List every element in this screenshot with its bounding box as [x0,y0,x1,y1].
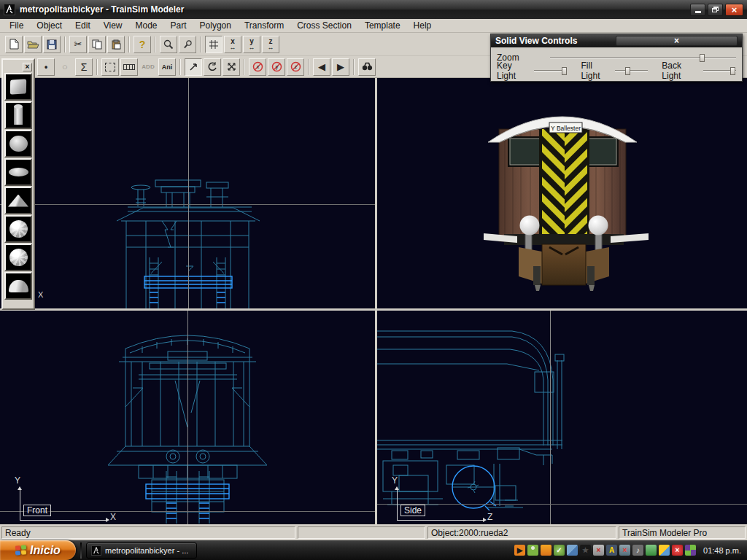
slider-thumb[interactable] [625,67,630,75]
select-marquee-button[interactable] [101,58,119,76]
tray-icon-network-computers[interactable] [567,545,578,556]
lock-x-button[interactable]: x [249,58,266,76]
window-titlebar[interactable]: metropolitanbickyer - TrainSim Modeler × [0,0,747,19]
tray-icon-security-shield[interactable]: × [672,545,683,556]
paste-button[interactable] [107,36,125,53]
menu-item[interactable]: Transform [238,19,290,32]
copy-button[interactable] [88,36,106,53]
taskbar-task-button[interactable]: metropolitanbickyer - ... [86,542,197,559]
tray-icon-black-star[interactable]: ★ [580,545,591,556]
previous-button[interactable]: ◀ [313,58,330,76]
menu-bar: FileObjectEditViewModePartPolygonTransfo… [0,19,747,33]
solid-view-controls-titlebar[interactable]: Solid View Controls × [491,34,742,47]
cut-button[interactable]: ✂ [69,36,87,53]
box-shape-button[interactable] [4,73,32,101]
viewport-front[interactable]: Y X Front [0,311,375,524]
wireframe-front-small [0,78,375,308]
primitive-icon [9,280,28,292]
axis-x-button[interactable]: x↔ [224,36,241,53]
key-light-slider[interactable] [534,66,567,75]
primitive-icon [14,106,23,125]
axis-widget: Y X Front [0,311,124,524]
open-button[interactable] [24,36,42,53]
lock-y-icon: y [271,61,282,72]
menu-item[interactable]: Cross Section [290,19,358,32]
menu-item[interactable]: Template [358,19,407,32]
sphere-shape-button[interactable] [4,130,32,158]
train-render: Y Ballester [377,78,747,308]
restore-button[interactable] [708,4,723,16]
zoom-in-button[interactable] [160,36,177,53]
slider-thumb[interactable] [700,54,705,62]
viewport-solid-3d[interactable]: Y Ballester [377,78,747,308]
viewport-side[interactable]: Y Z Side [377,311,747,524]
new-button[interactable] [5,36,23,53]
next-button[interactable]: ▶ [332,58,349,76]
taskbar-clock[interactable]: 01:48 p.m. [703,546,741,555]
slider-thumb[interactable] [730,67,735,75]
taskbar-divider [80,542,82,559]
tray-icon-quad-launcher[interactable] [685,545,696,556]
capsule-shape-button[interactable] [4,158,32,186]
move-tool-button[interactable] [185,58,202,76]
scissors-icon: ✂ [74,39,82,49]
tray-icon-volume[interactable]: ♪ [632,545,643,556]
tray-icon-messenger-status[interactable] [527,545,538,556]
point-mode-button[interactable]: • [37,58,55,76]
fill-light-slider[interactable] [615,66,648,75]
add-button[interactable]: ADD [139,58,157,76]
geosphere-2-shape-button[interactable] [4,244,32,271]
palette-buttons [4,73,32,300]
menu-item[interactable]: Help [407,19,438,32]
palette-header[interactable]: × [4,61,32,72]
menu-item[interactable]: Polygon [193,19,238,32]
rotate-tool-button[interactable] [204,58,221,76]
key-light-slider-label: Key Light [497,61,528,81]
tray-icon-usb-drive[interactable] [646,545,657,556]
marquee-icon [105,63,115,71]
tray-icon-media-player[interactable]: ▶ [514,545,525,556]
save-button[interactable] [43,36,61,53]
slider-thumb[interactable] [562,67,567,75]
panel-close-button[interactable]: × [616,36,738,46]
axis-z-button[interactable]: z↔ [262,36,279,53]
axis-y-button[interactable]: y↔ [243,36,260,53]
grid-toggle-button[interactable] [205,36,222,53]
tray-icon-orange-app[interactable] [541,545,551,556]
status-app-name: TrainSim Modeler Pro [619,526,746,539]
viewport-top[interactable]: X [0,78,375,308]
menu-item[interactable]: View [97,19,129,32]
sigma-button[interactable]: Σ [75,58,93,76]
menu-item[interactable]: File [3,19,30,32]
svg-text:y: y [275,64,278,70]
tray-icon-display-error[interactable]: × [619,545,630,556]
close-button[interactable]: × [725,4,743,16]
scale-tool-button[interactable] [222,58,240,76]
start-button[interactable]: Inicio [0,540,76,560]
lock-y-button[interactable]: y [268,58,285,76]
cone-shape-button[interactable] [4,272,32,300]
circle-mode-button[interactable]: ○ [56,58,74,76]
palette-close-button[interactable]: × [23,63,32,71]
animation-button[interactable]: Ani [158,58,176,76]
lock-z-button[interactable]: z [287,58,304,76]
menu-item[interactable]: Object [30,19,69,32]
menu-item[interactable]: Edit [69,19,97,32]
tray-icon-shared-folder[interactable] [659,545,670,556]
back-light-slider[interactable] [703,66,736,75]
find-button[interactable] [358,58,376,76]
measure-button[interactable] [120,58,138,76]
zoom-out-button[interactable] [179,36,196,53]
menu-item[interactable]: Mode [129,19,164,32]
geosphere-shape-button[interactable] [4,215,32,243]
zoom-slider[interactable] [550,53,736,62]
tray-icon-usb-error[interactable]: × [593,545,604,556]
menu-item[interactable]: Part [164,19,193,32]
help-button[interactable]: ? [133,36,151,53]
tray-icon-network-warning[interactable]: A [606,545,617,556]
help-icon: ? [139,39,146,50]
pyramid-shape-button[interactable] [4,187,32,214]
cylinder-shape-button[interactable] [4,101,32,129]
tray-icon-antivirus-check[interactable]: ✓ [554,545,565,556]
minimize-button[interactable] [690,4,705,16]
